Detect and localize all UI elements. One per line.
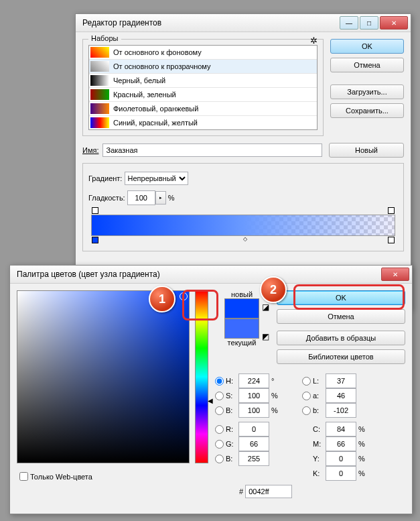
s-radio[interactable]	[215, 392, 224, 400]
preset-list[interactable]: От основного к фоновомуОт основного к пр…	[88, 45, 318, 130]
gradient-settings-group: Градиент: Непрерывный Гладкость: ▸ % ◇	[82, 163, 404, 251]
midpoint-icon[interactable]: ◇	[243, 236, 247, 242]
color-picker-window: Палитра цветов (цвет узла градиента) ✕ ◀…	[9, 265, 413, 514]
bv-radio[interactable]	[215, 406, 224, 415]
preset-item[interactable]: Синий, красный, желтый	[89, 116, 317, 130]
badge-1: 1	[149, 286, 176, 312]
smoothness-label: Гладкость:	[88, 194, 125, 202]
badge-2: 2	[260, 276, 287, 303]
window-title: Редактор градиентов	[82, 18, 161, 27]
color-picker-title: Палитра цветов (цвет узла градиента)	[17, 270, 160, 279]
smoothness-dropdown[interactable]: ▸	[155, 191, 166, 205]
g-input[interactable]	[238, 437, 269, 451]
preset-label: От основного к прозрачному	[113, 62, 211, 70]
preset-swatch	[90, 117, 109, 128]
y-input[interactable]	[326, 451, 356, 466]
current-label: текущий	[224, 339, 259, 347]
c-input[interactable]	[326, 422, 356, 437]
current-color-swatch[interactable]	[224, 319, 259, 339]
color-ok-button[interactable]: OK	[277, 290, 405, 305]
new-button[interactable]: Новый	[329, 143, 404, 158]
bb-radio[interactable]	[215, 455, 224, 463]
bb-input[interactable]	[238, 451, 269, 466]
preset-swatch	[90, 61, 109, 72]
k-input[interactable]	[326, 466, 356, 481]
hex-label: #	[239, 487, 243, 496]
preset-item[interactable]: Фиолетовый, оранжевый	[89, 102, 317, 116]
hue-bar[interactable]: ◀	[195, 290, 208, 463]
web-only-label: Только Web-цвета	[30, 473, 92, 481]
preset-item[interactable]: Черный, белый	[89, 74, 317, 88]
preset-label: Черный, белый	[113, 76, 165, 84]
preset-item[interactable]: Красный, зеленый	[89, 88, 317, 102]
hex-input[interactable]	[245, 485, 292, 498]
preset-swatch	[90, 89, 109, 100]
color-field[interactable]	[17, 290, 190, 463]
s-input[interactable]	[238, 388, 269, 403]
preset-swatch	[90, 103, 109, 114]
r-radio[interactable]	[215, 425, 224, 434]
name-input[interactable]	[102, 143, 322, 157]
preset-label: Фиолетовый, оранжевый	[113, 105, 198, 113]
name-label: Имя:	[82, 146, 98, 154]
preset-label: Красный, зеленый	[113, 91, 176, 99]
a-input[interactable]	[326, 388, 356, 403]
r-input[interactable]	[238, 422, 269, 437]
gradient-type-select[interactable]: Непрерывный	[125, 172, 188, 185]
l-radio[interactable]	[302, 377, 311, 386]
preset-item[interactable]: От основного к фоновому	[89, 46, 317, 60]
l-input[interactable]	[326, 373, 356, 388]
color-picker-cursor[interactable]	[180, 292, 188, 300]
g-radio[interactable]	[215, 440, 224, 449]
minimize-button[interactable]: —	[340, 16, 358, 30]
gradient-editor-titlebar[interactable]: Редактор градиентов — □ ✕	[76, 14, 411, 32]
presets-group: Наборы ✲ От основного к фоновомуОт основ…	[82, 39, 324, 136]
presets-label: Наборы	[88, 34, 121, 42]
a-radio[interactable]	[302, 392, 311, 400]
h-radio[interactable]	[215, 377, 224, 386]
save-button[interactable]: Сохранить...	[330, 103, 404, 118]
maximize-button[interactable]: □	[360, 16, 378, 30]
gradient-type-label: Градиент:	[88, 174, 122, 182]
lab-b-radio[interactable]	[302, 406, 311, 415]
h-input[interactable]	[238, 373, 269, 388]
gradient-editor-body: Наборы ✲ От основного к фоновомуОт основ…	[76, 32, 411, 265]
load-button[interactable]: Загрузить...	[330, 84, 404, 99]
opacity-stop-right[interactable]	[388, 207, 395, 214]
preset-swatch	[90, 75, 109, 86]
preset-label: Синий, красный, желтый	[113, 119, 198, 127]
new-color-swatch[interactable]	[224, 298, 259, 319]
color-cancel-button[interactable]: Отмена	[277, 309, 405, 324]
cancel-button[interactable]: Отмена	[330, 58, 404, 72]
color-stop-right[interactable]	[388, 237, 395, 243]
color-picker-body: ◀ Только Web-цвета новый текущий ◪ ◩ OK …	[10, 284, 412, 510]
preset-item[interactable]: От основного к прозрачному	[89, 60, 317, 74]
warning-icon[interactable]: ◪	[262, 302, 271, 312]
web-only-checkbox[interactable]	[19, 472, 28, 481]
add-swatch-button[interactable]: Добавить в образцы	[277, 331, 405, 345]
close-button[interactable]: ✕	[380, 16, 408, 30]
smoothness-input[interactable]	[127, 190, 155, 205]
color-stop-left[interactable]	[92, 237, 98, 243]
gradient-bar[interactable]: ◇	[91, 215, 395, 236]
preset-swatch	[90, 47, 109, 58]
opacity-stop-left[interactable]	[92, 207, 98, 214]
m-input[interactable]	[326, 437, 356, 451]
color-libraries-button[interactable]: Библиотеки цветов	[277, 349, 405, 364]
gear-icon[interactable]: ✲	[310, 36, 318, 46]
lab-b-input[interactable]	[326, 403, 356, 418]
hue-slider-icon[interactable]: ◀	[208, 397, 213, 404]
preset-label: От основного к фоновому	[113, 48, 202, 56]
cube-icon[interactable]: ◩	[262, 332, 271, 341]
new-label: новый	[224, 290, 259, 298]
color-picker-titlebar[interactable]: Палитра цветов (цвет узла градиента) ✕	[10, 266, 412, 284]
color-picker-close-button[interactable]: ✕	[381, 268, 409, 281]
percent-label: %	[168, 194, 175, 202]
ok-button[interactable]: OK	[330, 39, 404, 54]
new-current-swatches: новый текущий	[224, 290, 259, 368]
bv-input[interactable]	[238, 403, 269, 418]
